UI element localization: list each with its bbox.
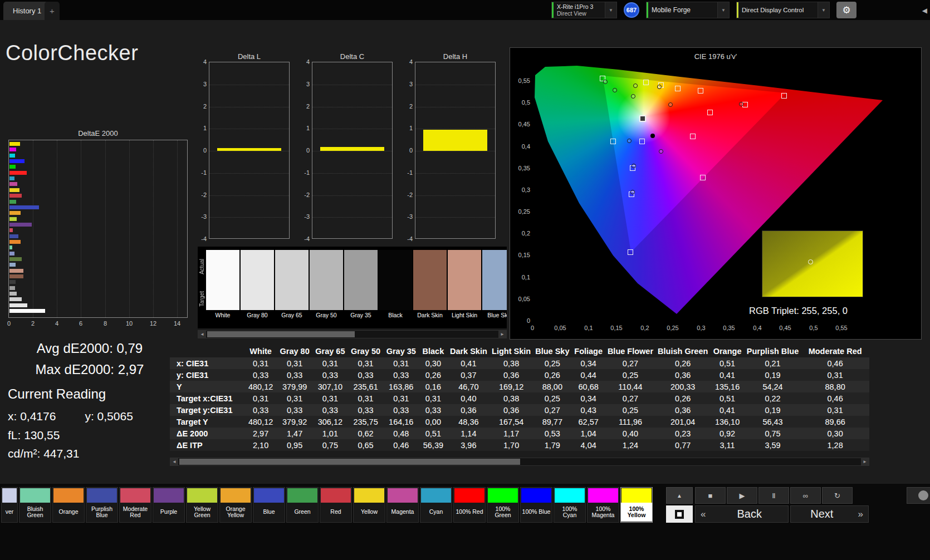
- table-cell: 0,46: [383, 439, 419, 451]
- chevron-down-icon[interactable]: ▼: [717, 2, 729, 18]
- patch-button-magenta[interactable]: Magenta: [386, 487, 419, 523]
- swatch-column-gray-35: Gray 35: [344, 250, 378, 320]
- display-control-dropdown[interactable]: Direct Display Control ▼: [736, 2, 830, 18]
- table-row: Target y:CIE310,330,330,330,330,330,330,…: [170, 404, 869, 416]
- swatch-scrollbar[interactable]: ◄ ►: [198, 330, 507, 338]
- delta-bar: [423, 130, 487, 151]
- patch-button-yellow-green[interactable]: Yellow Green: [186, 487, 218, 523]
- patch-button-100-red[interactable]: 100% Red: [453, 487, 486, 523]
- scroll-right-icon[interactable]: ►: [861, 458, 869, 465]
- patch-button-100-yellow[interactable]: 100% Yellow: [620, 487, 653, 523]
- patch-button-orange[interactable]: Orange: [52, 487, 85, 523]
- record-button[interactable]: [907, 487, 930, 504]
- grid-line: [209, 151, 289, 151]
- axis-tick-label: 0,4: [510, 143, 530, 150]
- settings-button[interactable]: ⚙: [836, 2, 856, 18]
- stop-button[interactable]: ■: [695, 487, 726, 504]
- play-button[interactable]: ▶: [727, 487, 757, 504]
- axis-tick-label: 12: [148, 320, 159, 327]
- patch-label: 100% Red: [454, 503, 485, 522]
- patch-button-purplish-blue[interactable]: Purplish Blue: [86, 487, 118, 523]
- swatch-column-gray-65: Gray 65: [275, 250, 309, 320]
- patch-button-orange-yellow[interactable]: Orange Yellow: [219, 487, 252, 523]
- chevron-down-icon[interactable]: ▼: [818, 2, 829, 18]
- cie-target-point: [707, 110, 713, 115]
- table-cell: 88,80: [801, 381, 869, 392]
- table-cell: 0,48: [383, 428, 419, 439]
- patch-swatch: [254, 488, 284, 503]
- swatch: [206, 250, 239, 310]
- grid-line: [209, 107, 289, 107]
- swatch: [275, 250, 309, 310]
- cie-measured-point: [613, 88, 617, 92]
- patch-button-ver[interactable]: ver: [1, 487, 18, 523]
- table-cell: 0,33: [312, 404, 348, 416]
- table-cell: 235,61: [348, 381, 384, 392]
- table-cell: 0,41: [448, 357, 490, 369]
- delta-c-plot: 43210-1-2-3-4: [312, 62, 393, 239]
- cie-measured-point: [627, 139, 632, 143]
- window-layout-button[interactable]: [666, 505, 693, 523]
- scroll-up-button[interactable]: ▲: [666, 487, 693, 504]
- cie-target-point: [643, 80, 649, 85]
- measurement-count-badge[interactable]: 687: [624, 2, 639, 18]
- patch-label: 100% Blue: [521, 503, 552, 522]
- patch-button-bluish-green[interactable]: Bluish Green: [19, 487, 51, 523]
- column-header-gray-80: Gray 80: [277, 345, 312, 357]
- swatch-column-white: White: [206, 250, 239, 320]
- next-button[interactable]: Next »: [790, 505, 869, 523]
- axis-tick-label: 4: [51, 320, 62, 327]
- table-cell: 0,41: [710, 404, 744, 416]
- collapse-panel-icon[interactable]: ◀: [922, 7, 927, 14]
- table-cell: 0,38: [490, 392, 533, 404]
- meter-dropdown[interactable]: X-Rite i1Pro 3 Direct View ▼: [551, 2, 617, 18]
- table-cell: 200,33: [655, 381, 710, 392]
- patch-button-100-cyan[interactable]: 100% Cyan: [554, 487, 586, 523]
- scroll-right-icon[interactable]: ►: [498, 331, 506, 338]
- table-scrollbar[interactable]: ◄ ►: [170, 458, 869, 466]
- table-cell: 0,77: [655, 439, 710, 451]
- deltae-bar-dark-skin: [9, 274, 23, 278]
- grid-line: [33, 140, 33, 317]
- chevron-down-icon[interactable]: ▼: [605, 2, 616, 18]
- patch-button-purple[interactable]: Purple: [153, 487, 185, 523]
- table-cell: 0,62: [348, 428, 384, 439]
- scroll-left-icon[interactable]: ◄: [170, 458, 178, 465]
- patch-button-blue[interactable]: Blue: [253, 487, 285, 523]
- table-cell: 201,04: [655, 416, 710, 428]
- patch-button-100-green[interactable]: 100% Green: [487, 487, 519, 523]
- refresh-icon: ↻: [834, 492, 840, 500]
- table-cell: 0,26: [655, 392, 710, 404]
- back-button[interactable]: « Back: [695, 505, 789, 523]
- pause-icon: Ⅱ: [772, 492, 775, 500]
- history-tab[interactable]: History 1: [3, 2, 51, 20]
- add-tab-button[interactable]: +: [45, 2, 60, 20]
- table-cell: 0,25: [533, 392, 571, 404]
- patch-button-100-magenta[interactable]: 100% Magenta: [587, 487, 619, 523]
- table-scrollbar-thumb[interactable]: [179, 459, 520, 465]
- swatch-scrollbar-thumb[interactable]: [207, 331, 355, 337]
- deltae-bar-100-green: [9, 165, 16, 169]
- swatch: [413, 250, 447, 310]
- patch-button-cyan[interactable]: Cyan: [420, 487, 452, 523]
- table-cell: 163,86: [383, 381, 419, 392]
- axis-tick-label: 1: [400, 125, 413, 131]
- source-dropdown[interactable]: Mobile Forge ▼: [646, 2, 730, 18]
- table-row: ΔE 20002,971,471,010,620,480,511,141,170…: [170, 428, 869, 439]
- delta-bar: [320, 147, 384, 151]
- pause-button[interactable]: Ⅱ: [758, 487, 789, 504]
- patch-button-100-blue[interactable]: 100% Blue: [520, 487, 552, 523]
- patch-button-moderate-red[interactable]: Moderate Red: [119, 487, 151, 523]
- patch-button-red[interactable]: Red: [320, 487, 352, 523]
- patch-label: Green: [287, 503, 318, 522]
- column-header-gray-35: Gray 35: [383, 345, 419, 357]
- patch-button-yellow[interactable]: Yellow: [353, 487, 385, 523]
- loop-button[interactable]: ∞: [790, 487, 821, 504]
- patch-label: 100% Magenta: [588, 503, 619, 522]
- inset-marker-icon: [808, 259, 813, 264]
- patch-button-green[interactable]: Green: [286, 487, 319, 523]
- refresh-button[interactable]: ↻: [822, 487, 853, 504]
- column-header-white: White: [244, 345, 277, 357]
- top-bar-controls: X-Rite i1Pro 3 Direct View ▼ 687 Mobile …: [551, 2, 856, 18]
- scroll-left-icon[interactable]: ◄: [198, 331, 206, 338]
